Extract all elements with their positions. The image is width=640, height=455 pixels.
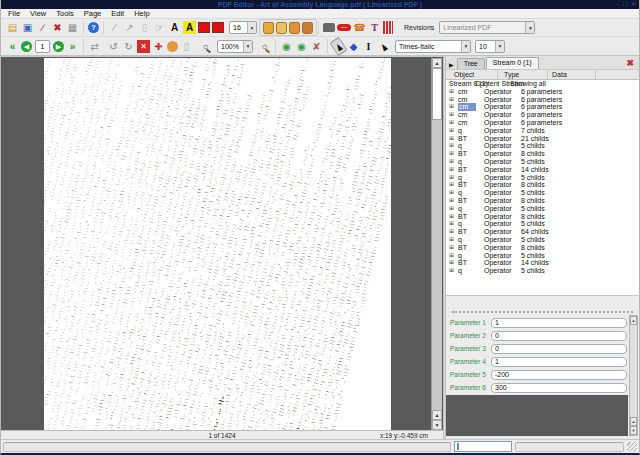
- tree-row[interactable]: ⊞qOperator5 childs: [446, 205, 639, 213]
- scroll-up-button-2[interactable]: ▲: [432, 410, 442, 420]
- tree-row[interactable]: ⊞qOperator5 childs: [446, 189, 639, 197]
- barcode-icon[interactable]: [383, 21, 393, 34]
- help-icon[interactable]: ?: [88, 22, 99, 33]
- chevron-down-icon[interactable]: ▼: [525, 22, 534, 33]
- tree-row[interactable]: ⊞BTOperator8 childs: [446, 244, 639, 252]
- expand-icon[interactable]: ⊞: [449, 96, 454, 104]
- expand-icon[interactable]: ⊞: [449, 103, 454, 111]
- add-annotation-icon[interactable]: ✚: [152, 40, 165, 53]
- tree-row[interactable]: ⊞qOperator7 childs: [446, 127, 639, 135]
- tree-row-object[interactable]: q: [458, 252, 462, 260]
- canvas-vertical-scrollbar[interactable]: ▲ ▲ ▼: [431, 58, 442, 430]
- tree-row[interactable]: ⊞BTOperator8 childs: [446, 181, 639, 189]
- tree-row-object[interactable]: BT: [458, 197, 467, 205]
- expand-icon[interactable]: ⊞: [449, 119, 454, 127]
- tree-row-object[interactable]: cm: [458, 119, 467, 127]
- tree-row[interactable]: ⊞qOperator5 childs: [446, 220, 639, 228]
- expand-icon[interactable]: ⊞: [449, 189, 454, 197]
- tree-row[interactable]: ⊞BTOperator8 childs: [446, 213, 639, 221]
- pan-tool-icon[interactable]: [167, 41, 178, 52]
- menu-help[interactable]: Help: [129, 9, 154, 19]
- tree-row[interactable]: ⊞BTOperator8 childs: [446, 150, 639, 158]
- tree-root-row[interactable]: Stream 0 (1) Content Stream Showing all: [446, 80, 639, 88]
- column-type[interactable]: Type: [498, 70, 548, 79]
- tab-scroll-arrow-icon[interactable]: ▶: [447, 61, 456, 69]
- chevron-down-icon[interactable]: ▼: [247, 22, 256, 33]
- tree-row[interactable]: ⊞qOperator5 childs: [446, 174, 639, 182]
- rotate-left-icon[interactable]: ↺: [107, 40, 120, 53]
- expand-icon[interactable]: ⊞: [449, 158, 454, 166]
- menu-tools[interactable]: Tools: [51, 9, 79, 19]
- font-size-combo[interactable]: 16 ▼: [229, 21, 257, 34]
- expand-icon[interactable]: ⊞: [449, 166, 454, 174]
- extract-tool-3-icon[interactable]: [289, 22, 300, 34]
- expand-icon[interactable]: ⊞: [449, 259, 454, 267]
- parameter-6-input[interactable]: [491, 383, 627, 393]
- scroll-down-button[interactable]: ▼: [630, 426, 637, 435]
- tree-row-object[interactable]: q: [458, 174, 462, 182]
- remove-link-icon[interactable]: ✘: [310, 40, 323, 53]
- status-input-field[interactable]: [454, 441, 512, 452]
- object-select-tool-icon[interactable]: ◆: [347, 40, 360, 53]
- expand-icon[interactable]: ⊞: [449, 197, 454, 205]
- tree-row-object[interactable]: q: [458, 236, 462, 244]
- tree-row[interactable]: ⊞qOperator5 childs: [446, 252, 639, 260]
- tree-row[interactable]: ⊞qOperator5 childs: [446, 267, 639, 275]
- tree-row-object[interactable]: q: [458, 220, 462, 228]
- previous-page-icon[interactable]: ◀: [21, 41, 32, 52]
- tree-row-object[interactable]: q: [458, 205, 462, 213]
- next-page-icon[interactable]: ▶: [53, 41, 64, 52]
- expand-icon[interactable]: ⊞: [449, 252, 454, 260]
- tree-row[interactable]: ⊞cmOperator6 parameters: [446, 88, 639, 96]
- expand-icon[interactable]: ⊞: [449, 236, 454, 244]
- parameter-4-input[interactable]: [491, 357, 627, 367]
- tree-row-object[interactable]: BT: [458, 213, 467, 221]
- menu-edit[interactable]: Edit: [106, 9, 129, 19]
- expand-icon[interactable]: ⊞: [449, 228, 454, 236]
- parameter-2-input[interactable]: [491, 331, 627, 341]
- parameters-scrollbar[interactable]: ▲ ▲ ▼: [629, 315, 638, 436]
- tree-row[interactable]: ⊞qOperator5 childs: [446, 158, 639, 166]
- stamp-tool-icon[interactable]: ☞: [153, 21, 166, 34]
- expand-icon[interactable]: ⊞: [449, 150, 454, 158]
- pointer-tool-icon[interactable]: ▲: [374, 36, 392, 56]
- expand-icon[interactable]: ⊞: [449, 127, 454, 135]
- add-text-icon[interactable]: A: [168, 21, 181, 34]
- tree-row-object-selected[interactable]: cm: [458, 103, 476, 111]
- marker-icon[interactable]: —: [337, 24, 351, 31]
- fill-color-swatch-icon[interactable]: [198, 22, 210, 33]
- fit-page-icon[interactable]: ✕: [137, 40, 150, 53]
- tree-row[interactable]: ⊞qOperator5 childs: [446, 142, 639, 150]
- zoom-combo[interactable]: 100% ▼: [217, 40, 253, 53]
- tree-row[interactable]: ⊞cmOperator6 parameters: [446, 96, 639, 104]
- column-object[interactable]: Object: [446, 70, 498, 79]
- expand-icon[interactable]: ⊞: [449, 205, 454, 213]
- extract-tool-1-icon[interactable]: [263, 22, 274, 34]
- search-icon[interactable]: ○: [258, 40, 271, 53]
- draw-arrow-icon[interactable]: ↗: [123, 21, 136, 34]
- chevron-down-icon[interactable]: ▼: [495, 41, 504, 52]
- tree-row[interactable]: ⊞qOperator5 childs: [446, 236, 639, 244]
- tree-row[interactable]: ⊞BTOperator8 childs: [446, 197, 639, 205]
- menu-file[interactable]: File: [3, 9, 25, 19]
- expand-icon[interactable]: ⊞: [449, 244, 454, 252]
- scrollbar-track[interactable]: [630, 325, 637, 417]
- parameter-5-input[interactable]: [491, 370, 627, 380]
- scrollbar-thumb[interactable]: [432, 68, 442, 120]
- expand-icon[interactable]: ⊞: [449, 174, 454, 182]
- tree-row-object[interactable]: q: [458, 158, 462, 166]
- font-size-combo-2[interactable]: 10 ▼: [475, 40, 505, 53]
- expand-icon[interactable]: ⊞: [449, 88, 454, 96]
- rotate-right-icon[interactable]: ↻: [122, 40, 135, 53]
- paint-tool-icon[interactable]: [302, 22, 313, 34]
- expand-icon[interactable]: ⊞: [449, 267, 454, 275]
- tree-row-object[interactable]: BT: [458, 244, 467, 252]
- scroll-up-button-2[interactable]: ▲: [630, 417, 637, 426]
- close-button[interactable]: ✕: [631, 1, 636, 8]
- revisions-combo[interactable]: Linearized PDF ▼: [439, 21, 535, 34]
- expand-icon[interactable]: ⊞: [449, 142, 454, 150]
- reload-page-icon[interactable]: ⇄: [88, 40, 101, 53]
- tree-row[interactable]: ⊞cmOperator6 parameters: [446, 111, 639, 119]
- expand-icon[interactable]: ⊞: [449, 213, 454, 221]
- tree-row-object[interactable]: BT: [458, 150, 467, 158]
